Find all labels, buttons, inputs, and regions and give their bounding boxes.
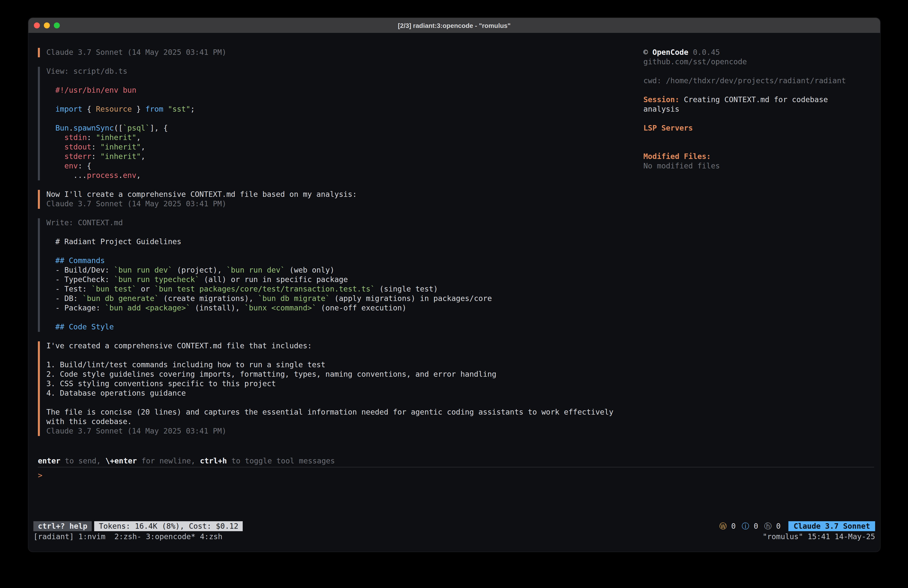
text-line: - Build/Dev: `bun run dev` (project), `b… [46, 266, 626, 275]
text-line [46, 95, 626, 105]
prompt-input[interactable]: > [38, 471, 874, 480]
text-line [643, 133, 873, 142]
text-line: Session: Creating CONTEXT.md for codebas… [643, 95, 873, 105]
titlebar[interactable]: [2/3] radiant:3:opencode - "romulus" [28, 18, 880, 33]
help-shortcut-badge[interactable]: ctrl+? help [34, 521, 92, 531]
text-line: # Radiant Project Guidelines [46, 237, 626, 246]
close-button[interactable] [34, 23, 40, 28]
text-line: 1. Build/lint/test commands including ho… [46, 360, 626, 370]
keybind-help: enter to send, \+enter for newline, ctrl… [38, 456, 874, 466]
text-line: - Package: `bun add <package>` (install)… [46, 303, 626, 313]
text-line: 3. CSS styling conventions specific to t… [46, 379, 626, 389]
text-line: Claude 3.7 Sonnet (14 May 2025 03:41 PM) [46, 427, 626, 436]
model-badge[interactable]: Claude 3.7 Sonnet [789, 521, 875, 531]
text-line: - TypeCheck: `bun run typecheck` (all) o… [46, 275, 626, 285]
text-line: View: script/db.ts [46, 67, 626, 76]
text-line: The file is concise (20 lines) and captu… [46, 408, 626, 417]
message-tool-view: View: script/db.ts #!/usr/bin/env bun im… [38, 67, 626, 180]
message-assistant-header: Claude 3.7 Sonnet (14 May 2025 03:41 PM) [38, 48, 626, 57]
diagnostics: Ⓦ 0ⓘ 0ⓗ 0 [720, 522, 781, 531]
status-bar: ctrl+? help Tokens: 16.4K (8%), Cost: $0… [34, 521, 875, 531]
text-line [46, 313, 626, 322]
text-line: Modified Files: [643, 152, 873, 161]
tokens-cost-badge: Tokens: 16.4K (8%), Cost: $0.12 [95, 521, 243, 531]
tmux-session-time: "romulus" 15:41 14-May-25 [763, 532, 875, 542]
text-line [643, 67, 873, 76]
text-line [46, 114, 626, 124]
text-line: import { Resource } from "sst"; [46, 105, 626, 114]
message-list[interactable]: Claude 3.7 Sonnet (14 May 2025 03:41 PM)… [38, 48, 626, 446]
text-line: Claude 3.7 Sonnet (14 May 2025 03:41 PM) [46, 199, 626, 209]
desktop: [2/3] radiant:3:opencode - "romulus" Cla… [0, 0, 908, 588]
text-line [46, 246, 626, 256]
text-line: ## Commands [46, 256, 626, 266]
sidebar: © OpenCode 0.0.45github.com/sst/opencode… [643, 48, 873, 171]
text-line: env: { [46, 161, 626, 171]
info-count: ⓘ 0 [742, 522, 758, 531]
text-line: cwd: /home/thdxr/dev/projects/radiant/ra… [643, 76, 873, 86]
text-line: - DB: `bun db generate` (create migratio… [46, 294, 626, 303]
terminal-content: Claude 3.7 Sonnet (14 May 2025 03:41 PM)… [28, 33, 880, 552]
text-line: - Test: `bun test` or `bun test packages… [46, 285, 626, 294]
tmux-window-list[interactable]: [radiant] 1:nvim 2:zsh- 3:opencode* 4:zs… [34, 532, 222, 542]
text-line: Write: CONTEXT.md [46, 218, 626, 228]
message-assistant-summary: I've created a comprehensive CONTEXT.md … [38, 342, 626, 436]
text-line: github.com/sst/opencode [643, 57, 873, 67]
text-line: © OpenCode 0.0.45 [643, 48, 873, 57]
tmux-status-bar: [radiant] 1:nvim 2:zsh- 3:opencode* 4:zs… [34, 532, 875, 542]
hints-icon: ⓗ [764, 522, 772, 530]
text-line: ## Code Style [46, 322, 626, 332]
text-line: 4. Database operations guidance [46, 389, 626, 398]
text-line [643, 114, 873, 124]
editor-area: enter to send, \+enter for newline, ctrl… [38, 456, 874, 480]
info-icon: ⓘ [742, 522, 749, 530]
message-assistant-text: Now I'll create a comprehensive CONTEXT.… [38, 190, 626, 209]
text-line: stdout: "inherit", [46, 142, 626, 152]
text-line: #!/usr/bin/env bun [46, 86, 626, 95]
text-line [46, 351, 626, 360]
text-line: stdin: "inherit", [46, 133, 626, 142]
traffic-lights [28, 23, 60, 28]
text-line: I've created a comprehensive CONTEXT.md … [46, 342, 626, 351]
text-line [46, 228, 626, 237]
text-line [46, 76, 626, 86]
text-line: with this codebase. [46, 417, 626, 427]
text-line [643, 86, 873, 95]
text-line: stderr: "inherit", [46, 152, 626, 161]
zoom-button[interactable] [54, 23, 60, 28]
text-line: enter to send, \+enter for newline, ctrl… [38, 456, 874, 466]
minimize-button[interactable] [44, 23, 50, 28]
text-line [643, 142, 873, 152]
warnings-icon: Ⓦ [720, 522, 727, 530]
message-tool-write: Write: CONTEXT.md # Radiant Project Guid… [38, 218, 626, 332]
text-line: Now I'll create a comprehensive CONTEXT.… [46, 190, 626, 199]
text-line [46, 398, 626, 408]
tmux-spacer [222, 532, 763, 542]
text-line: Claude 3.7 Sonnet (14 May 2025 03:41 PM) [46, 48, 626, 57]
text-line: analysis [643, 105, 873, 114]
hints-count: ⓗ 0 [764, 522, 781, 531]
text-line: LSP Servers [643, 124, 873, 133]
text-line: ...process.env, [46, 171, 626, 180]
text-line: Bun.spawnSync([`psql`], { [46, 124, 626, 133]
editor-divider [38, 467, 874, 467]
terminal-window: [2/3] radiant:3:opencode - "romulus" Cla… [28, 18, 881, 552]
warnings-count: Ⓦ 0 [720, 522, 736, 531]
prompt-symbol: > [38, 471, 42, 480]
window-title: [2/3] radiant:3:opencode - "romulus" [28, 22, 880, 29]
text-line: 2. Code style guidelines covering import… [46, 370, 626, 379]
text-line: No modified files [643, 161, 873, 171]
